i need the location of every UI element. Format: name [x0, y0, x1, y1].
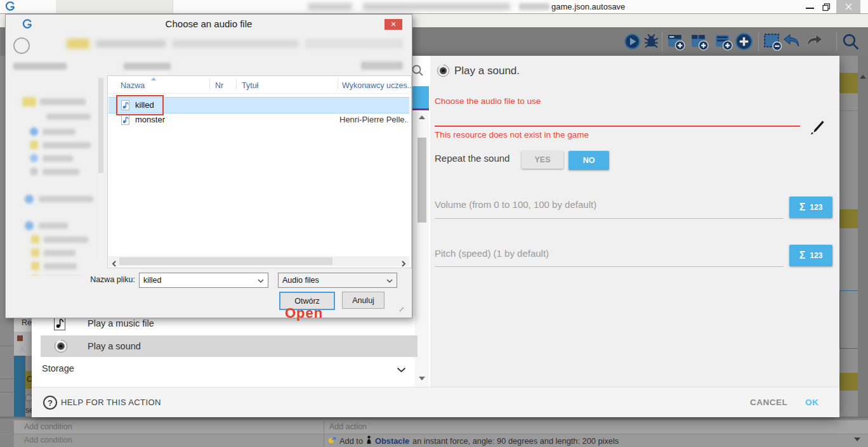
list-item-label: Play a sound	[88, 341, 141, 351]
close-button[interactable]	[836, 0, 860, 13]
speaker-icon	[437, 64, 450, 80]
action-prefix: Add to	[339, 436, 363, 446]
blurred-search-box	[305, 39, 403, 49]
cancel-button[interactable]: CANCEL	[750, 398, 787, 407]
force-icon	[328, 436, 336, 446]
scroll-down-icon[interactable]	[854, 437, 860, 441]
resize-grip[interactable]	[398, 306, 405, 313]
restore-button[interactable]	[822, 3, 831, 14]
list-header: Nazwa Nr Tytuł Wykonawcy uczes...	[108, 76, 410, 94]
filetype-combobox[interactable]: Audio files	[278, 273, 397, 288]
column-divider	[209, 79, 210, 90]
speaker-icon	[54, 339, 68, 356]
search-icon[interactable]	[411, 64, 424, 79]
scroll-left-icon[interactable]	[112, 258, 117, 269]
toolbar-separator	[836, 32, 837, 51]
volume-field-label: Volume (from 0 to 100, 100 by default)	[435, 199, 596, 210]
close-icon[interactable]: ✕	[385, 19, 402, 30]
chevron-down-icon[interactable]	[397, 364, 406, 375]
horizontal-scrollbar[interactable]	[109, 256, 409, 266]
expression-123: 123	[810, 251, 822, 260]
add-sub-event-icon[interactable]	[690, 32, 709, 53]
scroll-up-icon[interactable]	[860, 75, 866, 79]
events-scrollbar[interactable]	[858, 56, 868, 447]
repeat-label: Repeat the sound	[435, 153, 510, 164]
help-icon[interactable]: ?	[43, 396, 57, 410]
volume-input[interactable]	[435, 218, 784, 219]
pitch-input[interactable]	[435, 266, 784, 267]
minimize-button[interactable]	[806, 8, 814, 9]
debugger-icon[interactable]	[643, 33, 660, 53]
file-chooser-dialog: Choose an audio file ✕	[5, 14, 412, 318]
scroll-right-icon[interactable]	[401, 258, 406, 269]
event-selection-bar	[14, 356, 25, 420]
column-divider	[324, 434, 324, 447]
toolbar-separator	[662, 32, 662, 51]
event-partial-row: se	[25, 406, 32, 416]
list-item-label: Play a music file	[88, 318, 154, 328]
action-text: an instant force, angle: 90 degrees and …	[412, 436, 619, 446]
add-action-link[interactable]: Add action	[329, 422, 367, 431]
sigma-icon: Σ	[799, 202, 806, 213]
audio-file-input[interactable]	[435, 126, 800, 127]
redo-icon[interactable]	[805, 33, 824, 53]
column-header-name[interactable]: Nazwa	[121, 81, 145, 90]
volume-expression-button[interactable]: Σ 123	[789, 197, 832, 218]
column-header-artists[interactable]: Wykonawcy uczes...	[342, 81, 414, 90]
add-circle-icon[interactable]	[734, 32, 754, 54]
blurred-view-buttons	[361, 62, 403, 70]
scroll-thumb[interactable]	[119, 257, 332, 265]
filename-combobox[interactable]: killed	[139, 273, 268, 288]
filetype-value: Audio files	[279, 276, 386, 285]
add-condition-link[interactable]: Add condition	[24, 436, 72, 444]
blurred-folder-icon	[67, 39, 89, 49]
repeat-no-button[interactable]: NO	[569, 151, 609, 170]
pitch-expression-button[interactable]: Σ 123	[789, 245, 832, 266]
dialog-title: Choose an audio file	[6, 18, 412, 29]
blurred-address-segment	[96, 40, 166, 48]
file-row-monster[interactable]: monster Henri-Pierre Pelle...	[109, 113, 409, 127]
expression-123: 123	[810, 203, 822, 212]
audio-file-field-label: Choose the audio file to use	[435, 96, 541, 106]
undo-icon[interactable]	[782, 33, 801, 53]
column-header-title[interactable]: Tytuł	[242, 81, 258, 90]
chevron-down-icon	[386, 276, 397, 285]
scroll-down-icon[interactable]	[419, 377, 425, 380]
repeat-yes-button[interactable]: YES	[522, 151, 563, 169]
row-margin	[0, 420, 14, 434]
drag-handle-icon[interactable]	[16, 437, 19, 443]
app-window: game.json.autosave	[0, 0, 868, 447]
annotation-highlight-box	[116, 95, 164, 115]
event-selected-box	[839, 290, 858, 349]
event-row: Add condition Add action	[0, 420, 868, 434]
pitch-field-label: Pitch (speed) (1 by default)	[435, 248, 549, 259]
add-condition-link[interactable]: Add condition	[24, 422, 72, 431]
add-event-icon[interactable]	[667, 32, 685, 53]
event-action-row[interactable]: Add to Obstacle an instant force, angle:…	[328, 436, 619, 446]
sidebar-scrollbar[interactable]	[98, 78, 103, 262]
object-icon	[366, 436, 372, 446]
column-header-nr[interactable]: Nr	[215, 81, 223, 90]
scroll-thumb[interactable]	[98, 78, 103, 173]
filename-label: Nazwa pliku:	[87, 275, 135, 284]
add-comment-icon[interactable]	[714, 32, 733, 53]
search-events-icon[interactable]	[841, 32, 860, 53]
filename-value: killed	[140, 276, 258, 285]
cancel-button[interactable]: Anuluj	[342, 292, 385, 309]
event-variable-chip	[839, 209, 858, 228]
scroll-up-icon[interactable]	[419, 115, 425, 119]
help-link[interactable]: HELP FOR THIS ACTION	[61, 398, 161, 407]
brush-edit-icon[interactable]	[810, 119, 825, 138]
ok-button[interactable]: OK	[805, 398, 819, 407]
audio-file-icon	[121, 115, 129, 125]
column-divider	[236, 79, 237, 90]
scroll-thumb[interactable]	[418, 138, 426, 223]
dialog-title: Play a sound.	[454, 65, 520, 77]
titlebar-tab-block	[56, 0, 173, 13]
list-item-play-sound-selected[interactable]: Play a sound	[41, 335, 418, 357]
play-icon[interactable]	[624, 33, 641, 53]
remove-event-icon[interactable]	[763, 32, 782, 53]
group-storage[interactable]: Storage	[42, 363, 74, 373]
event-row: Add condition Add to Obstacle an instant…	[0, 434, 868, 447]
blurred-folder-tree	[11, 75, 103, 276]
